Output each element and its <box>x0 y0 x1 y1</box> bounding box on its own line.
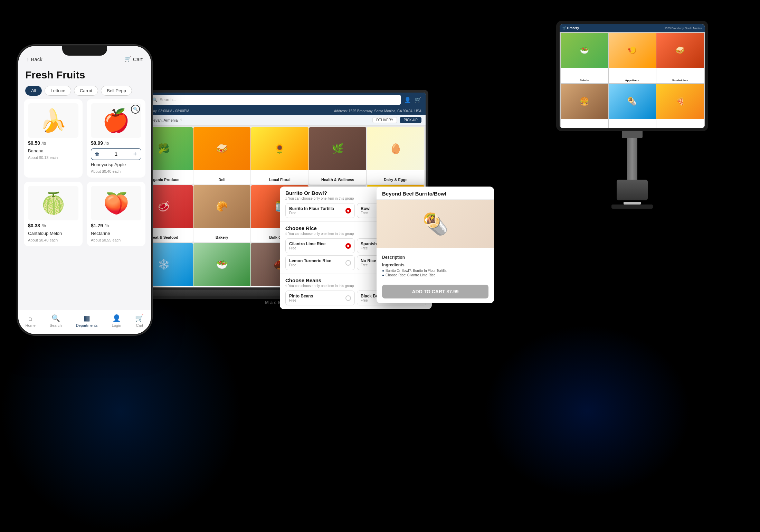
category-bakery[interactable]: 🥐 Bakery <box>193 185 251 243</box>
kiosk-category-grid: 🥗 Salads 🍤 Appetizers 🥪 Sandwiches 🍔 Bur… <box>560 32 705 128</box>
kiosk-stand-top <box>622 131 643 138</box>
products-grid: 🍌 $0.50 /lb Banana About $0.13 each 🍎 <box>18 99 151 246</box>
kiosk-cat-pizzas[interactable]: 🍕 Pizzas <box>656 84 704 128</box>
option-burrito-tortilla[interactable]: Burrito In Flour Tortilla Free <box>285 203 355 218</box>
kiosk-img-wraps: 🌯 <box>609 84 656 119</box>
option-tortilla-label: Burrito In Flour Tortilla <box>289 206 334 211</box>
detail-panel-body: Description Ingredients ● Burrito Or Bow… <box>377 248 494 282</box>
ingredient-1: ● Burrito Or Bowl?: Burrito In Flour Tor… <box>382 269 488 273</box>
kiosk-name-sandwiches: Sandwiches <box>672 79 688 82</box>
banana-sub: About $0.13 each <box>28 155 78 160</box>
category-floral[interactable]: 🌻 Local Floral <box>251 127 308 184</box>
detail-item-image: 🌯 <box>377 200 494 248</box>
qty-decrease-btn[interactable]: 🗑 <box>91 149 103 160</box>
laptop-sub-header: Open Today, 03:00AM - 08:00PM Address: 1… <box>134 107 426 115</box>
bullet-2: ● <box>382 273 384 277</box>
radio-lemon-rice[interactable] <box>345 260 351 266</box>
beans-section-sub: ℹ You can choose only one item in this g… <box>285 284 354 288</box>
category-name-dairy: Dairy & Eggs <box>384 178 407 182</box>
login-icon: 👤 <box>112 314 121 322</box>
nav-departments[interactable]: ▦ Departments <box>76 314 98 327</box>
apple-name: Honeycrisp Apple <box>91 162 141 167</box>
zoom-icon: 🔍 <box>131 105 140 114</box>
detail-panel-header: Beyond Beef Burrito/Bowl <box>377 187 494 200</box>
kiosk-img-pizzas: 🍕 <box>656 84 704 119</box>
phone-cart-button[interactable]: 🛒 Cart <box>125 56 143 62</box>
category-health[interactable]: 🌿 Health & Wellness <box>309 127 367 184</box>
kiosk-stand-arm <box>627 138 637 180</box>
kiosk-cat-burgers[interactable]: 🍔 Burgers <box>561 84 608 128</box>
category-deli[interactable]: 🥪 Deli <box>193 127 251 184</box>
nav-home-label: Home <box>25 323 35 327</box>
filter-btn-bell-pepper[interactable]: Bell Pepp <box>101 86 132 96</box>
burrito-section-title: Burrito Or Bowl? <box>285 190 354 196</box>
search-icon: 🔍 <box>51 314 60 322</box>
radio-pinto-beans[interactable] <box>345 295 351 301</box>
radio-tortilla[interactable] <box>345 208 351 213</box>
filter-btn-all[interactable]: All <box>25 86 42 96</box>
add-to-cart-button[interactable]: ADD TO CART $7.99 <box>382 285 488 298</box>
nav-login[interactable]: 👤 Login <box>112 314 121 327</box>
kiosk-stand-unit <box>546 180 719 205</box>
nav-search-label: Search <box>50 323 62 327</box>
ingredients-label: Ingredients <box>382 263 488 267</box>
nav-cart[interactable]: 🛒 Cart <box>135 314 144 327</box>
banana-unit: /lb <box>42 141 46 146</box>
category-name-bakery: Bakery <box>216 235 228 239</box>
nectarine-sub: About $0.55 each <box>91 238 141 242</box>
category-name-deli: Deli <box>218 178 225 182</box>
pinto-beans-label: Pinto Beans <box>289 294 313 298</box>
category-img-health: 🌿 <box>309 127 367 170</box>
product-card-banana: 🍌 $0.50 /lb Banana About $0.13 each <box>24 99 83 178</box>
pickup-btn[interactable]: PICK-UP <box>400 117 421 123</box>
detail-item-title: Beyond Beef Burrito/Bowl <box>382 191 488 197</box>
beans-section-title: Choose Beans <box>285 277 354 283</box>
laptop-search-bar[interactable]: 🔍 Search... <box>149 95 401 105</box>
option-cilantro-rice[interactable]: Cilantro Lime Rice Free <box>285 238 355 253</box>
cart-icon-laptop[interactable]: 🛒 <box>415 97 421 103</box>
nav-home[interactable]: ⌂ Home <box>25 314 35 327</box>
nav-search[interactable]: 🔍 Search <box>50 314 62 327</box>
user-icon-laptop[interactable]: 👤 <box>404 97 411 103</box>
search-input-laptop[interactable]: Search... <box>160 97 397 102</box>
kiosk-tablet: 🛒 Grocery 1525 Broadway, Santa Monica 🥗 … <box>556 21 708 131</box>
phone-device: ↑ Back 🛒 Cart Fresh Fruits All Lettuce C… <box>17 45 152 477</box>
radio-cilantro-rice[interactable] <box>345 243 351 249</box>
category-refrigerated[interactable]: 🥗 Refrigerated Foods <box>193 243 251 287</box>
apple-unit: /lb <box>105 141 109 146</box>
filter-btn-lettuce[interactable]: Lettuce <box>45 86 71 96</box>
qty-number: 1 <box>103 151 129 157</box>
qty-control-apple[interactable]: 🗑 1 + <box>91 148 141 160</box>
kiosk-cat-appetizers[interactable]: 🍤 Appetizers <box>609 33 656 83</box>
cilantro-rice-label: Cilantro Lime Rice <box>289 241 325 246</box>
rice-section-title: Choose Rice <box>285 225 354 231</box>
nav-departments-label: Departments <box>76 323 98 327</box>
phone-back-button[interactable]: ↑ Back <box>27 56 42 62</box>
kiosk-cat-salads[interactable]: 🥗 Salads <box>561 33 608 83</box>
kiosk-cat-sandwiches[interactable]: 🥪 Sandwiches <box>656 33 704 83</box>
delivery-btn[interactable]: DELIVERY <box>372 117 397 123</box>
info-icon-rice: ℹ <box>285 232 287 236</box>
kiosk-cat-wraps[interactable]: 🌯 Wraps <box>609 84 656 128</box>
kiosk-img-appetizers: 🍤 <box>609 33 656 68</box>
back-label: Back <box>31 56 42 62</box>
filter-btn-carrot[interactable]: Carrot <box>74 86 98 96</box>
kiosk-name-salads: Salads <box>580 79 589 82</box>
category-img-dairy: 🥚 <box>367 127 424 170</box>
melon-unit: /lb <box>42 224 46 228</box>
qty-increase-btn[interactable]: + <box>129 149 141 160</box>
cart-icon: 🛒 <box>125 56 131 62</box>
search-icon-laptop: 🔍 <box>152 97 158 102</box>
option-lemon-rice[interactable]: Lemon Turmeric Rice Free <box>285 255 355 270</box>
option-pinto-beans[interactable]: Pinto Beans Free <box>285 291 355 305</box>
laptop-location-bar: 📍 Yerevan, Armenia ℹ DELIVERY PICK-UP <box>134 115 426 126</box>
category-dairy[interactable]: 🥚 Dairy & Eggs <box>367 127 424 184</box>
phone-frame: ↑ Back 🛒 Cart Fresh Fruits All Lettuce C… <box>17 45 152 335</box>
kiosk-receipt-slot <box>624 202 641 205</box>
bullet-1: ● <box>382 269 384 273</box>
cart-nav-icon: 🛒 <box>135 314 144 322</box>
nectarine-price: $1.79 <box>91 223 103 228</box>
category-img-floral: 🌻 <box>251 127 308 170</box>
kiosk-device: 🛒 Grocery 1525 Broadway, Santa Monica 🥗 … <box>546 21 719 263</box>
cart-label: Cart <box>133 56 143 62</box>
